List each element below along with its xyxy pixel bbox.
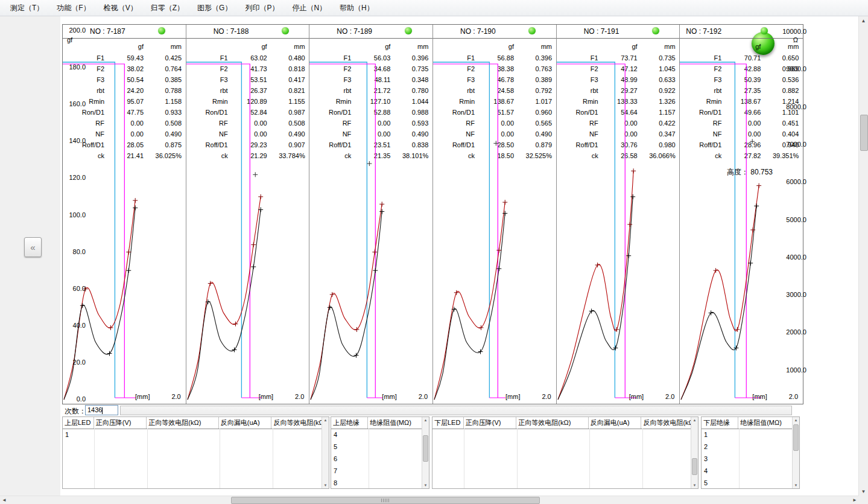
scroll-up-arrow-icon[interactable]: ▲ [859,16,868,25]
force-curve-return [681,186,759,400]
table-scroll-thumb[interactable] [692,458,697,475]
measure-label: RF [309,118,351,128]
table-scroll-thumb[interactable] [793,424,799,451]
table-row[interactable]: 5 [702,477,793,488]
measure-gf-value: 120.89 [228,97,267,106]
marker-cross-icon [749,261,753,266]
table-body[interactable]: 45678 [331,429,422,488]
force-curve-return [434,202,505,400]
scroll-left-arrow-icon[interactable]: ◄ [0,496,8,504]
window-vertical-scrollbar[interactable]: ▲ ▼ [858,16,868,496]
measure-mm-value: 0.490 [390,129,428,139]
column-header: 下层绝缘 [702,417,738,429]
vertical-scroll-thumb[interactable] [860,115,868,151]
scroll-up-arrow-icon[interactable]: ▲ [322,418,329,423]
marker-cross-icon [380,202,385,206]
column-header: 正向压降(V) [464,417,517,429]
right-axis-tick: 5000.0 [771,216,806,223]
panel-title: NO : 7-192 [686,27,721,36]
measure-label: Ron/D1 [680,107,721,117]
measurement-panel-5: NO : 7-191gfmmF173.710.735F247.121.045F3… [557,25,680,404]
horizontal-scroll-thumb[interactable] [231,497,540,504]
measure-label: F3 [63,75,104,85]
table-scrollbar[interactable]: ▲▼ [691,417,698,488]
measure-mm-value: 0.593 [390,118,428,128]
table-row[interactable]: 1 [702,429,793,441]
measure-mm-value: 0.960 [514,107,552,117]
panel-x-axis: [mm]2.0 [680,393,803,401]
table-scrollbar[interactable]: ▲▼ [422,417,429,488]
menu-item-2[interactable]: 检视（V） [97,1,144,16]
menu-item-3[interactable]: 归零（Z） [144,1,191,16]
window-horizontal-scrollbar[interactable]: ◄ ► [0,496,859,504]
menu-item-6[interactable]: 停止（N） [285,1,333,16]
measure-row: Roff/D129.230.907 [186,140,305,150]
count-input[interactable]: 1436 [85,405,118,415]
x-axis-max: 2.0 [789,393,798,400]
col-header-gf: gf [475,42,514,51]
marker-cross-icon [630,194,635,199]
measure-row: ck21.3538.101% [309,151,428,161]
table-scrollbar[interactable]: ▲▼ [322,417,329,488]
table-row[interactable]: 8 [331,477,422,488]
scroll-down-arrow-icon[interactable]: ▼ [422,483,429,488]
scroll-up-arrow-icon[interactable]: ▲ [691,418,698,423]
table-row[interactable]: 4 [702,465,793,477]
marker-cross-icon [251,264,256,269]
scroll-down-arrow-icon[interactable]: ▼ [793,483,799,488]
measure-gf-value: 38.38 [475,64,514,74]
measure-mm-value: 38.101% [390,151,428,161]
menu-item-4[interactable]: 图形（G） [191,1,238,16]
marker-cross-icon [734,346,739,351]
table-body[interactable]: 1 [63,429,322,488]
height-readout: 高度： 80.753 [727,167,773,177]
table-body[interactable] [432,429,691,488]
table-row[interactable]: 4 [331,429,422,441]
table-row[interactable]: 6 [331,453,422,465]
table-row[interactable]: 7 [331,465,422,477]
table-body[interactable]: 12345 [702,429,793,488]
table-scrollbar[interactable]: ▲▼ [792,417,799,488]
scroll-down-arrow-icon[interactable]: ▼ [691,483,698,488]
force-curve-return [64,200,135,400]
menu-item-7[interactable]: 帮助（H） [333,1,381,16]
measure-gf-value: 50.54 [104,75,144,85]
table-row[interactable]: 2 [702,441,793,453]
scroll-up-arrow-icon[interactable]: ▲ [793,418,799,423]
measure-gf-value: 29.23 [228,140,267,150]
menu-item-0[interactable]: 测定（T） [4,1,50,16]
scroll-right-arrow-icon[interactable]: ► [851,496,859,504]
scroll-down-arrow-icon[interactable]: ▼ [859,487,868,496]
menu-item-5[interactable]: 列印（P） [238,1,285,16]
right-axis-tick: 9000.0 [771,65,806,72]
measure-mm-value: 0.907 [267,140,305,150]
application-window: 测定（T）功能（F）检视（V）归零（Z）图形（G）列印（P）停止（N）帮助（H）… [0,0,868,504]
table-row[interactable]: 1 [63,429,322,441]
measure-label: NF [680,129,721,139]
table-scroll-thumb[interactable] [423,435,428,462]
marker-cross-icon [613,346,618,351]
measure-gf-value: 30.76 [598,140,638,150]
measure-gf-value: 0.00 [228,129,267,139]
marker-cross-icon [367,161,372,166]
scroll-down-arrow-icon[interactable]: ▼ [322,483,329,488]
panel-header: NO : 7-188 [186,25,309,39]
measure-mm-value: 0.508 [144,118,182,128]
measure-gf-value: 0.00 [228,118,267,128]
marker-cross-icon [714,268,718,273]
measure-label: RF [63,118,104,128]
collapse-panel-button[interactable]: « [24,237,42,257]
panel-status-led-icon [405,27,412,34]
measure-label: RF [557,118,598,128]
menu-item-1[interactable]: 功能（F） [50,1,97,16]
column-header: 上层LED [63,417,94,429]
marker-cross-icon [253,172,258,177]
scroll-up-arrow-icon[interactable]: ▲ [422,418,429,423]
table-lower-led: 下层LED正向压降(V)正向等效电阻(kΩ)反向漏电(uA)反向等效电阻(kΩ)… [432,416,699,489]
measure-gf-value: 138.67 [721,97,761,106]
measure-gf-value: 21.29 [228,151,267,161]
count-slider-track[interactable] [120,406,792,415]
table-row[interactable]: 3 [702,453,793,465]
column-header: 反向漏电(uA) [589,417,642,429]
table-row[interactable]: 5 [331,441,422,453]
